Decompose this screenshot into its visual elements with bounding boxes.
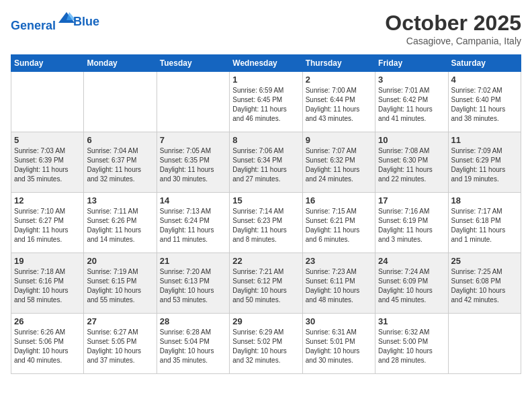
weekday-friday: Friday [375,55,448,72]
calendar-week-row: 12Sunrise: 7:10 AM Sunset: 6:27 PM Dayli… [11,193,521,253]
day-number: 30 [306,316,372,326]
day-number: 1 [232,75,299,85]
day-info: Sunrise: 7:04 AM Sunset: 6:37 PM Dayligh… [87,146,153,184]
calendar-cell: 19Sunrise: 7:18 AM Sunset: 6:16 PM Dayli… [11,253,84,314]
day-info: Sunrise: 7:11 AM Sunset: 6:26 PM Dayligh… [87,207,153,244]
day-info: Sunrise: 7:19 AM Sunset: 6:15 PM Dayligh… [87,267,153,305]
calendar-cell: 18Sunrise: 7:17 AM Sunset: 6:18 PM Dayli… [448,193,521,253]
month-title: October 2025 [385,11,521,36]
logo-text2: Blue [73,15,99,29]
calendar-cell: 20Sunrise: 7:19 AM Sunset: 6:15 PM Dayli… [84,253,157,314]
calendar-cell: 28Sunrise: 6:28 AM Sunset: 5:04 PM Dayli… [157,314,229,374]
calendar-cell: 31Sunrise: 6:32 AM Sunset: 5:00 PM Dayli… [375,314,448,374]
day-number: 23 [306,256,372,266]
calendar-cell: 26Sunrise: 6:26 AM Sunset: 5:06 PM Dayli… [11,314,84,374]
day-number: 18 [451,195,518,205]
calendar-cell: 23Sunrise: 7:23 AM Sunset: 6:11 PM Dayli… [302,253,375,314]
calendar-cell: 9Sunrise: 7:07 AM Sunset: 6:32 PM Daylig… [302,132,375,193]
calendar-week-row: 1Sunrise: 6:59 AM Sunset: 6:45 PM Daylig… [11,72,521,132]
calendar-cell: 4Sunrise: 7:02 AM Sunset: 6:40 PM Daylig… [448,72,521,132]
day-number: 25 [451,256,518,266]
calendar-cell: 7Sunrise: 7:05 AM Sunset: 6:35 PM Daylig… [157,132,229,193]
calendar-cell: 13Sunrise: 7:11 AM Sunset: 6:26 PM Dayli… [84,193,157,253]
calendar-cell: 27Sunrise: 6:27 AM Sunset: 5:05 PM Dayli… [84,314,157,374]
day-number: 16 [306,195,372,205]
calendar-cell: 22Sunrise: 7:21 AM Sunset: 6:12 PM Dayli… [230,253,302,314]
calendar-cell [84,72,157,132]
day-number: 10 [378,135,445,145]
weekday-thursday: Thursday [302,55,375,72]
location: Casagiove, Campania, Italy [385,36,521,46]
day-number: 14 [160,195,226,205]
day-info: Sunrise: 7:00 AM Sunset: 6:44 PM Dayligh… [306,86,372,124]
day-number: 15 [232,195,299,205]
calendar-cell [448,314,521,374]
day-number: 9 [306,135,372,145]
day-info: Sunrise: 7:14 AM Sunset: 6:23 PM Dayligh… [232,207,299,244]
day-number: 5 [14,135,81,145]
day-number: 11 [451,135,518,145]
weekday-monday: Monday [84,55,157,72]
day-info: Sunrise: 6:29 AM Sunset: 5:02 PM Dayligh… [232,328,299,365]
calendar-cell: 25Sunrise: 7:25 AM Sunset: 6:08 PM Dayli… [448,253,521,314]
logo-text: General [11,11,76,33]
day-number: 13 [87,195,153,205]
day-info: Sunrise: 7:21 AM Sunset: 6:12 PM Dayligh… [232,267,299,305]
day-number: 27 [87,316,153,326]
calendar-week-row: 19Sunrise: 7:18 AM Sunset: 6:16 PM Dayli… [11,253,521,314]
weekday-tuesday: Tuesday [157,55,229,72]
calendar-cell [157,72,229,132]
day-info: Sunrise: 7:01 AM Sunset: 6:42 PM Dayligh… [378,86,445,124]
weekday-header-row: SundayMondayTuesdayWednesdayThursdayFrid… [11,55,521,72]
day-number: 19 [14,256,81,266]
day-info: Sunrise: 6:31 AM Sunset: 5:01 PM Dayligh… [306,328,372,365]
calendar-cell: 3Sunrise: 7:01 AM Sunset: 6:42 PM Daylig… [375,72,448,132]
day-info: Sunrise: 7:20 AM Sunset: 6:13 PM Dayligh… [160,267,226,305]
day-info: Sunrise: 6:28 AM Sunset: 5:04 PM Dayligh… [160,328,226,365]
calendar-cell: 2Sunrise: 7:00 AM Sunset: 6:44 PM Daylig… [302,72,375,132]
day-info: Sunrise: 7:06 AM Sunset: 6:34 PM Dayligh… [232,146,299,184]
calendar-cell: 24Sunrise: 7:24 AM Sunset: 6:09 PM Dayli… [375,253,448,314]
day-number: 28 [160,316,226,326]
calendar-cell: 10Sunrise: 7:08 AM Sunset: 6:30 PM Dayli… [375,132,448,193]
day-info: Sunrise: 6:59 AM Sunset: 6:45 PM Dayligh… [232,86,299,124]
day-number: 29 [232,316,299,326]
day-info: Sunrise: 7:18 AM Sunset: 6:16 PM Dayligh… [14,267,81,305]
day-info: Sunrise: 7:02 AM Sunset: 6:40 PM Dayligh… [451,86,518,124]
day-info: Sunrise: 7:09 AM Sunset: 6:29 PM Dayligh… [451,146,518,184]
calendar-cell: 11Sunrise: 7:09 AM Sunset: 6:29 PM Dayli… [448,132,521,193]
calendar-week-row: 5Sunrise: 7:03 AM Sunset: 6:39 PM Daylig… [11,132,521,193]
calendar-cell: 17Sunrise: 7:16 AM Sunset: 6:19 PM Dayli… [375,193,448,253]
day-info: Sunrise: 7:08 AM Sunset: 6:30 PM Dayligh… [378,146,445,184]
day-number: 4 [451,75,518,85]
day-number: 26 [14,316,81,326]
day-info: Sunrise: 7:10 AM Sunset: 6:27 PM Dayligh… [14,207,81,244]
day-info: Sunrise: 6:27 AM Sunset: 5:05 PM Dayligh… [87,328,153,365]
day-number: 6 [87,135,153,145]
day-number: 21 [160,256,226,266]
day-number: 3 [378,75,445,85]
calendar-cell: 6Sunrise: 7:04 AM Sunset: 6:37 PM Daylig… [84,132,157,193]
calendar-body: 1Sunrise: 6:59 AM Sunset: 6:45 PM Daylig… [11,72,521,374]
day-info: Sunrise: 7:03 AM Sunset: 6:39 PM Dayligh… [14,146,81,184]
day-number: 31 [378,316,445,326]
page-header: General Blue October 2025 Casagiove, Cam… [11,11,521,46]
day-info: Sunrise: 6:26 AM Sunset: 5:06 PM Dayligh… [14,328,81,365]
calendar-cell: 14Sunrise: 7:13 AM Sunset: 6:24 PM Dayli… [157,193,229,253]
day-number: 22 [232,256,299,266]
calendar-cell: 29Sunrise: 6:29 AM Sunset: 5:02 PM Dayli… [230,314,302,374]
calendar-cell: 1Sunrise: 6:59 AM Sunset: 6:45 PM Daylig… [230,72,302,132]
day-info: Sunrise: 7:23 AM Sunset: 6:11 PM Dayligh… [306,267,372,305]
weekday-saturday: Saturday [448,55,521,72]
day-info: Sunrise: 7:05 AM Sunset: 6:35 PM Dayligh… [160,146,226,184]
day-number: 17 [378,195,445,205]
day-info: Sunrise: 7:07 AM Sunset: 6:32 PM Dayligh… [306,146,372,184]
day-number: 8 [232,135,299,145]
weekday-wednesday: Wednesday [230,55,302,72]
day-number: 20 [87,256,153,266]
calendar-cell: 12Sunrise: 7:10 AM Sunset: 6:27 PM Dayli… [11,193,84,253]
day-info: Sunrise: 7:24 AM Sunset: 6:09 PM Dayligh… [378,267,445,305]
calendar-cell: 30Sunrise: 6:31 AM Sunset: 5:01 PM Dayli… [302,314,375,374]
day-number: 12 [14,195,81,205]
day-info: Sunrise: 7:15 AM Sunset: 6:21 PM Dayligh… [306,207,372,244]
